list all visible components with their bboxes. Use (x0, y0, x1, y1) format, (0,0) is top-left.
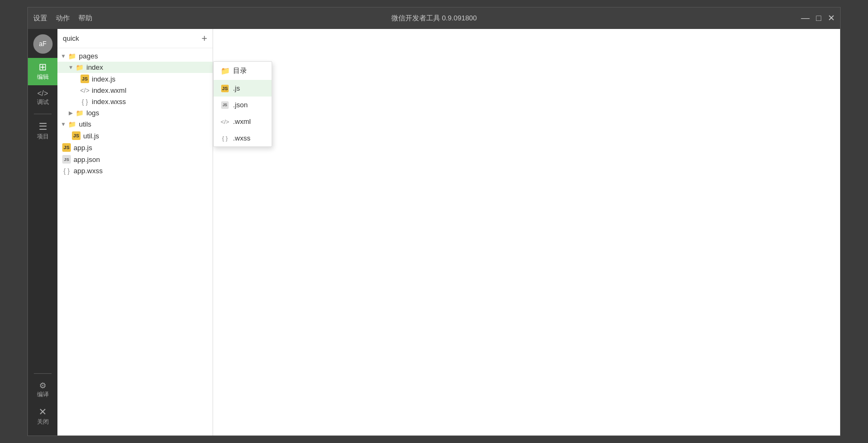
add-file-button[interactable]: + (201, 34, 207, 43)
tree-item-index-js[interactable]: JS index.js (57, 73, 213, 85)
sidebar-item-debug[interactable]: </> 调试 (28, 85, 57, 110)
context-menu-js[interactable]: JS .js (214, 80, 272, 97)
context-menu-wxss[interactable]: { } .wxss (214, 130, 272, 146)
project-label: 项目 (37, 132, 49, 141)
context-menu-directory[interactable]: 📁 目录 (214, 62, 272, 80)
arrow-utils: ▼ (60, 121, 67, 127)
tree-item-util-js[interactable]: JS util.js (57, 130, 213, 142)
context-menu-label-directory: 目录 (233, 66, 247, 76)
tree-item-utils[interactable]: ▼ 📁 utils (57, 119, 213, 130)
tree-label-index-wxss: index.wxss (92, 98, 126, 106)
context-menu-wxml[interactable]: </> .wxml (214, 113, 272, 130)
main-content: aF ⊞ 编辑 </> 调试 ☰ 项目 ⚙ 编译 (28, 29, 840, 435)
debug-label: 调试 (37, 98, 49, 106)
minimize-button[interactable]: — (801, 14, 809, 23)
close-button[interactable]: ✕ (828, 14, 835, 23)
wxss-icon-menu: { } (220, 135, 230, 142)
context-menu-label-json: .json (233, 101, 247, 109)
js-icon-menu: JS (220, 85, 230, 92)
tree-label-index-js: index.js (92, 75, 115, 83)
avatar[interactable]: aF (33, 34, 53, 54)
compile-label: 编译 (37, 390, 49, 398)
titlebar: 设置 动作 帮助 微信开发者工具 0.9.091800 — □ ✕ (28, 8, 840, 29)
tree-label-app-wxss: app.wxss (74, 167, 103, 175)
arrow-index: ▼ (67, 64, 75, 70)
arrow-logs: ▶ (67, 110, 75, 116)
wxss-icon-app: { } (62, 167, 71, 175)
close-icon: ✕ (39, 407, 47, 417)
js-icon-util: JS (71, 131, 81, 140)
maximize-button[interactable]: □ (816, 14, 821, 23)
tree-label-logs: logs (86, 109, 99, 117)
tree-label-index-wxml: index.wxml (92, 86, 126, 94)
menu-help[interactable]: 帮助 (78, 13, 92, 23)
json-icon-menu: JS (220, 101, 230, 109)
file-panel-header: quick + (57, 29, 213, 48)
tree-item-app-json[interactable]: JS app.json (57, 153, 213, 165)
js-icon-app: JS (62, 143, 71, 152)
file-panel: quick + ▼ 📁 pages ▼ 📁 index (57, 29, 213, 435)
divider (34, 114, 52, 114)
menu-settings[interactable]: 设置 (33, 13, 47, 23)
folder-icon-utils: 📁 (67, 121, 77, 128)
context-menu-label-js: .js (233, 84, 240, 92)
editor-label: 编辑 (37, 73, 49, 81)
tree-label-pages: pages (79, 52, 98, 60)
arrow-pages: ▼ (60, 53, 67, 59)
file-tree: ▼ 📁 pages ▼ 📁 index JS index.js (57, 48, 213, 435)
sidebar-item-compile[interactable]: ⚙ 编译 (28, 377, 57, 403)
folder-icon-logs: 📁 (75, 109, 84, 117)
tree-item-index[interactable]: ▼ 📁 index (57, 62, 213, 73)
folder-icon-index: 📁 (75, 64, 84, 71)
editor-icon: ⊞ (39, 62, 47, 72)
tree-item-app-wxss[interactable]: { } app.wxss (57, 165, 213, 176)
tree-item-pages[interactable]: ▼ 📁 pages (57, 50, 213, 62)
titlebar-menu: 设置 动作 帮助 (33, 13, 92, 23)
folder-icon-pages: 📁 (67, 53, 77, 60)
tree-item-app-js[interactable]: JS app.js (57, 142, 213, 153)
icon-bar-bottom: ⚙ 编译 ✕ 关闭 (28, 370, 57, 435)
tree-item-index-wxss[interactable]: { } index.wxss (57, 96, 213, 107)
tree-item-index-wxml[interactable]: </> index.wxml (57, 85, 213, 96)
compile-icon: ⚙ (39, 381, 46, 389)
menu-actions[interactable]: 动作 (56, 13, 70, 23)
tree-label-app-js: app.js (74, 144, 92, 152)
wxml-icon-menu: </> (220, 119, 230, 125)
context-menu-json[interactable]: JS .json (214, 97, 272, 113)
window-controls: — □ ✕ (801, 14, 835, 23)
project-name: quick (63, 34, 79, 42)
folder-icon-menu: 📁 (220, 67, 230, 75)
app-window: 设置 动作 帮助 微信开发者工具 0.9.091800 — □ ✕ aF ⊞ 编… (27, 7, 841, 436)
close-label: 关闭 (37, 418, 49, 426)
sidebar-item-editor[interactable]: ⊞ 编辑 (28, 58, 57, 85)
context-menu: 📁 目录 JS .js JS .json </> .wxml (213, 61, 272, 147)
context-menu-label-wxss: .wxss (233, 134, 251, 142)
js-icon-index: JS (80, 75, 90, 83)
debug-icon: </> (37, 90, 48, 97)
sidebar-item-project[interactable]: ☰ 项目 (28, 117, 57, 145)
json-icon-app: JS (62, 155, 71, 164)
tree-label-utils: utils (79, 120, 91, 128)
tree-item-logs[interactable]: ▶ 📁 logs (57, 107, 213, 119)
tree-label-app-json: app.json (74, 156, 100, 164)
tree-label-util-js: util.js (83, 132, 99, 140)
wxml-icon-index: </> (80, 87, 90, 94)
editor-area (213, 29, 840, 435)
bottom-divider (34, 373, 52, 374)
app-title: 微信开发者工具 0.9.091800 (391, 13, 477, 23)
sidebar-item-close[interactable]: ✕ 关闭 (28, 403, 57, 430)
project-icon: ☰ (39, 122, 47, 131)
wxss-icon-index: { } (80, 98, 90, 106)
tree-label-index: index (86, 63, 103, 71)
context-menu-label-wxml: .wxml (233, 117, 251, 125)
icon-bar: aF ⊞ 编辑 </> 调试 ☰ 项目 ⚙ 编译 (28, 29, 57, 435)
